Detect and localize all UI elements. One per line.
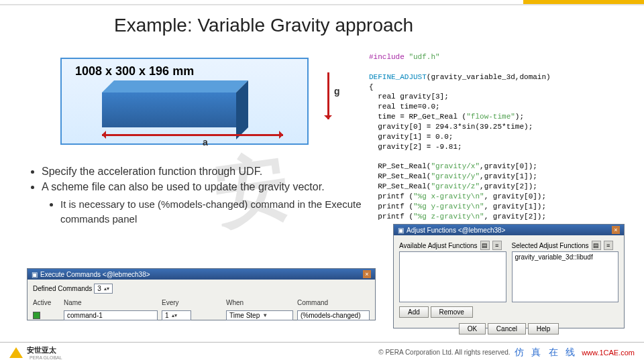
arrow-acceleration — [102, 134, 283, 136]
available-listbox[interactable] — [399, 251, 506, 302]
adjust-functions-dialog: ▣ Adjust Functions <@lebmech38> × Availa… — [393, 224, 625, 328]
exec-titlebar[interactable]: ▣ Execute Commands <@lebmech38> × — [28, 269, 375, 280]
accent-divider — [0, 4, 644, 5]
active-checkbox[interactable] — [33, 312, 40, 319]
window-icon: ▣ — [32, 271, 38, 278]
add-button[interactable]: Add — [399, 306, 429, 318]
window-icon: ▣ — [398, 227, 404, 234]
selected-label: Selected Adjust Functions — [512, 242, 589, 249]
list-item[interactable]: gravity_variable_3d::libudf — [515, 253, 616, 261]
when-dropdown[interactable]: Time Step▼ — [226, 310, 293, 320]
execute-commands-dialog: ▣ Execute Commands <@lebmech38> × Define… — [27, 268, 376, 320]
box-3d — [102, 80, 276, 127]
logo-icon — [9, 347, 23, 358]
col-every: Every — [162, 299, 191, 306]
chevron-down-icon: ▼ — [262, 312, 268, 318]
arrow-gravity — [327, 72, 329, 119]
list-sort-icon[interactable]: ≡ — [604, 241, 613, 250]
defined-commands-stepper[interactable]: 3▴▾ — [94, 284, 113, 294]
cancel-button[interactable]: Cancel — [488, 323, 526, 335]
bullet-1: Specify the acceleration function throug… — [42, 164, 376, 179]
spinner-icon: ▴▾ — [172, 312, 177, 318]
ok-button[interactable]: OK — [459, 323, 486, 335]
adjust-titlebar[interactable]: ▣ Adjust Functions <@lebmech38> × — [394, 225, 624, 235]
bullet-2a: It is necessary to use (%models-changed)… — [60, 197, 376, 227]
col-command: Command — [297, 299, 370, 306]
list-grid-icon[interactable]: ▤ — [592, 241, 601, 250]
udf-code-block: #include "udf.h" DEFINE_ADJUST(gravity_v… — [369, 52, 624, 221]
col-active: Active — [33, 299, 60, 306]
col-name: Name — [64, 299, 158, 306]
bullet-2: A scheme file can also be used to update… — [42, 179, 376, 227]
spinner-icon: ▴▾ — [104, 286, 109, 292]
defined-commands-label: Defined Commands — [33, 285, 92, 292]
label-a: a — [203, 137, 208, 147]
brand-cn: 安世亚太 — [27, 345, 62, 355]
brand-en: PERA GLOBAL — [30, 355, 62, 360]
close-icon[interactable]: × — [363, 270, 371, 278]
copyright: © PERA Corporation Ltd. All rights reser… — [378, 349, 510, 356]
selected-listbox[interactable]: gravity_variable_3d::libudf — [512, 251, 619, 302]
col-when: When — [226, 299, 293, 306]
label-g: g — [334, 86, 340, 97]
name-field[interactable]: command-1 — [64, 310, 158, 320]
bullet-list: Specify the acceleration function throug… — [27, 164, 376, 227]
slide-title: Example: Variable Gravity approach — [114, 15, 644, 36]
command-field[interactable]: (%models-changed) — [297, 310, 370, 320]
watermark-cn: 仿 真 在 线 — [515, 347, 578, 359]
close-icon[interactable]: × — [612, 226, 620, 234]
geometry-illustration: 1008 x 300 x 196 mm a g — [60, 58, 309, 145]
remove-button[interactable]: Remove — [431, 306, 473, 318]
every-stepper[interactable]: 1▴▾ — [162, 310, 191, 320]
adjust-title: Adjust Functions <@lebmech38> — [407, 227, 505, 234]
footer-url: www.1CAE.com — [582, 349, 635, 357]
exec-title: Execute Commands <@lebmech38> — [40, 271, 150, 278]
list-sort-icon[interactable]: ≡ — [492, 241, 502, 250]
list-grid-icon[interactable]: ▤ — [480, 241, 490, 250]
box-dimensions: 1008 x 300 x 196 mm — [75, 64, 194, 78]
footer: 安世亚太 PERA GLOBAL © PERA Corporation Ltd.… — [0, 342, 644, 362]
help-button[interactable]: Help — [528, 323, 559, 335]
available-label: Available Adjust Functions — [399, 242, 478, 249]
